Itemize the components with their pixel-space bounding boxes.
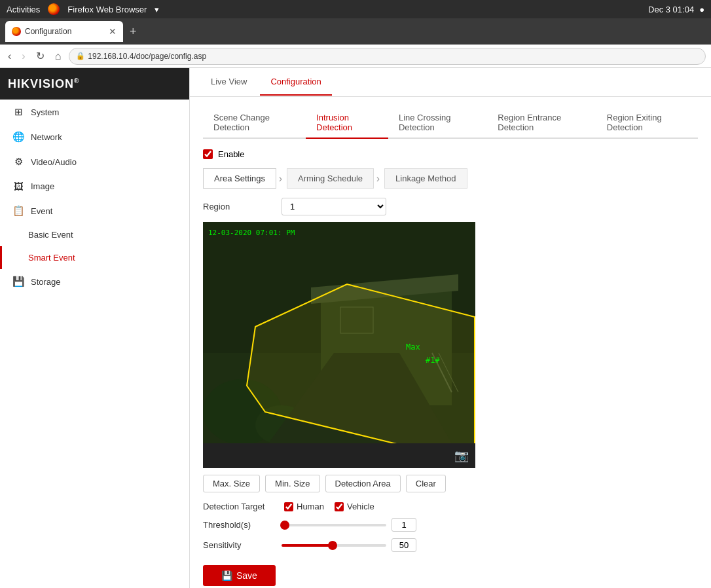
sensitivity-thumb[interactable]: [328, 541, 337, 550]
system-icon: ⊞: [12, 106, 24, 118]
url-bar[interactable]: 🔒 192.168.10.4/doc/page/config.asp: [69, 48, 706, 65]
tab-scene-change[interactable]: Scene Change Detection: [203, 107, 306, 138]
save-icon: 💾: [221, 570, 232, 581]
browser-chrome: Configuration ✕ +: [0, 18, 711, 45]
target-vehicle: Vehicle: [335, 502, 374, 511]
tab-favicon: [12, 27, 21, 36]
tab-live-view[interactable]: Live View: [200, 69, 257, 96]
browser-tab[interactable]: Configuration ✕: [5, 21, 123, 42]
storage-icon: 💾: [12, 276, 24, 287]
network-icon: 🌐: [12, 131, 24, 143]
tab-region-entrance[interactable]: Region Entrance Detection: [487, 107, 596, 138]
browser-label: Firefox Web Browser: [67, 5, 147, 14]
threshold-track: [282, 524, 386, 526]
sensitivity-row: Sensitivity: [203, 538, 698, 552]
address-bar: ‹ › ↻ ⌂ 🔒 192.168.10.4/doc/page/config.a…: [0, 45, 711, 68]
region-label: Region: [203, 202, 275, 211]
tab-close-button[interactable]: ✕: [109, 26, 117, 37]
detection-target-label: Detection Target: [203, 502, 275, 511]
enable-checkbox[interactable]: [203, 149, 213, 159]
activities-label[interactable]: Activities: [7, 5, 40, 14]
vehicle-checkbox[interactable]: [335, 502, 344, 511]
sidebar-label-video: Video/Audio: [31, 157, 77, 167]
reload-button[interactable]: ↻: [33, 48, 47, 64]
subtab-area-settings[interactable]: Area Settings: [203, 168, 276, 189]
camera-svg: Max #1# 12-03-2020 07:01: PM: [203, 222, 475, 443]
threshold-slider-wrapper: [282, 518, 416, 532]
sidebar-label-smart-event: Smart Event: [28, 253, 75, 263]
sensitivity-slider-wrapper: [282, 538, 416, 552]
tab-intrusion[interactable]: Intrusion Detection: [306, 107, 388, 138]
sidebar-item-image[interactable]: 🖼 Image: [0, 174, 189, 198]
content-area: Scene Change Detection Intrusion Detecti…: [190, 97, 711, 588]
sidebar-item-system[interactable]: ⊞ System: [0, 100, 189, 124]
app-layout: HIKVISION® ⊞ System 🌐 Network ⚙ Video/Au…: [0, 68, 711, 588]
svg-text:12-03-2020 07:01: PM: 12-03-2020 07:01: PM: [208, 229, 295, 237]
save-label: Save: [236, 570, 257, 581]
threshold-thumb[interactable]: [280, 521, 289, 530]
sidebar-item-basic-event[interactable]: Basic Event: [0, 223, 189, 246]
top-nav: Live View Configuration: [190, 68, 711, 97]
camera-container: Max #1# 12-03-2020 07:01: PM 📷: [203, 222, 475, 468]
tab-title: Configuration: [25, 27, 71, 36]
tab-line-crossing[interactable]: Line Crossing Detection: [388, 107, 487, 138]
sidebar-item-network[interactable]: 🌐 Network: [0, 124, 189, 149]
event-icon: 📋: [12, 205, 24, 217]
forward-button[interactable]: ›: [19, 49, 27, 64]
back-button[interactable]: ‹: [5, 49, 14, 64]
sidebar-label-event: Event: [31, 206, 52, 216]
enable-label: Enable: [218, 149, 244, 159]
region-select[interactable]: 1 2 3 4: [282, 198, 386, 215]
sidebar-label-system: System: [31, 107, 59, 117]
main-content: Live View Configuration Scene Change Det…: [190, 68, 711, 588]
sidebar-item-video-audio[interactable]: ⚙ Video/Audio: [0, 149, 189, 174]
dropdown-arrow: ▾: [155, 5, 159, 14]
enable-row: Enable: [203, 149, 698, 159]
detection-tabs: Scene Change Detection Intrusion Detecti…: [203, 107, 698, 139]
camera-snapshot-button[interactable]: 📷: [454, 449, 469, 463]
target-human: Human: [284, 502, 324, 511]
min-size-button[interactable]: Min. Size: [265, 475, 319, 492]
sidebar: HIKVISION® ⊞ System 🌐 Network ⚙ Video/Au…: [0, 68, 190, 588]
sidebar-item-smart-event[interactable]: Smart Event: [0, 246, 189, 269]
new-tab-button[interactable]: +: [130, 25, 137, 39]
clear-button[interactable]: Clear: [406, 475, 446, 492]
sidebar-item-storage[interactable]: 💾 Storage: [0, 269, 189, 294]
threshold-label: Threshold(s): [203, 520, 275, 530]
vehicle-label: Vehicle: [347, 502, 374, 511]
sub-tabs: Area Settings Arming Schedule Linkage Me…: [203, 168, 698, 189]
action-buttons: Max. Size Min. Size Detection Area Clear: [203, 475, 698, 492]
save-button[interactable]: 💾 Save: [203, 565, 276, 586]
sensitivity-value[interactable]: [392, 538, 416, 552]
region-row: Region 1 2 3 4: [203, 198, 698, 215]
dot-indicator: ●: [699, 5, 704, 14]
brand-bar: HIKVISION®: [0, 68, 189, 100]
subtab-arming-schedule[interactable]: Arming Schedule: [287, 168, 374, 189]
os-bar: Activities Firefox Web Browser ▾ Dec 3 0…: [0, 0, 711, 18]
home-button[interactable]: ⌂: [52, 49, 64, 64]
brand-logo: HIKVISION®: [8, 77, 79, 91]
sensitivity-track: [282, 544, 386, 547]
subtab-linkage-method[interactable]: Linkage Method: [384, 168, 467, 189]
threshold-value[interactable]: [392, 518, 416, 532]
firefox-icon: [48, 3, 60, 15]
sidebar-item-event[interactable]: 📋 Event: [0, 198, 189, 223]
tab-region-exiting[interactable]: Region Exiting Detection: [596, 107, 698, 138]
human-checkbox[interactable]: [284, 502, 293, 511]
threshold-row: Threshold(s): [203, 518, 698, 532]
datetime: Dec 3 01:04: [648, 5, 694, 14]
tab-configuration[interactable]: Configuration: [260, 69, 331, 96]
os-bar-right: Dec 3 01:04 ●: [648, 5, 704, 14]
max-size-button[interactable]: Max. Size: [203, 475, 260, 492]
sidebar-label-image: Image: [31, 181, 54, 191]
night-scene: Max #1# 12-03-2020 07:01: PM: [203, 222, 475, 443]
detection-area-button[interactable]: Detection Area: [325, 475, 401, 492]
os-bar-left: Activities Firefox Web Browser ▾: [7, 3, 159, 15]
sidebar-label-basic-event: Basic Event: [28, 230, 73, 240]
url-text: 192.168.10.4/doc/page/config.asp: [88, 52, 206, 61]
sidebar-label-network: Network: [31, 132, 62, 142]
video-icon: ⚙: [12, 156, 24, 168]
human-label: Human: [297, 502, 324, 511]
svg-text:Max: Max: [406, 342, 420, 352]
sensitivity-label: Sensitivity: [203, 540, 275, 550]
